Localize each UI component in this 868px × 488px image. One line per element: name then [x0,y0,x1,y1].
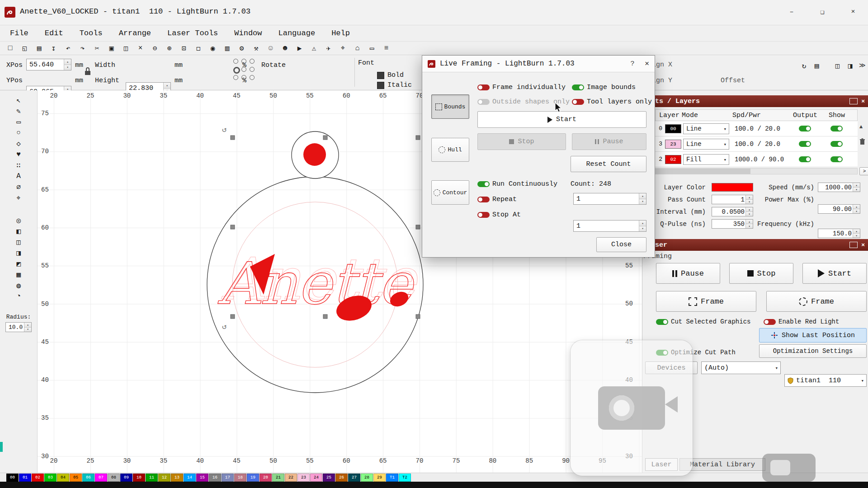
enable-red-toggle[interactable] [764,319,776,325]
reset-count-button[interactable]: Reset Count [571,156,646,172]
layer-color-chip[interactable]: 02 [665,155,681,164]
palette-chip[interactable]: 23 [297,474,310,482]
dialog-pause-button[interactable]: Pause [572,133,646,150]
speed-input[interactable]: 1000.00▴▾ [818,183,860,192]
contour-button[interactable]: Contour [431,180,469,205]
palette-chip[interactable]: 28 [361,474,373,482]
palette-chip[interactable]: 27 [348,474,360,482]
polygon-tool-icon[interactable]: ◇ [12,139,25,148]
float-panel-icon[interactable] [849,98,858,104]
layer-output-toggle[interactable] [799,126,811,131]
monitor-icon[interactable]: ▥ [222,43,233,54]
cuts-layers-header[interactable]: Cuts / Layers × [642,95,868,107]
layer-scrollbar-thumb[interactable] [656,169,750,174]
grid-array-tool-icon[interactable]: ▦ [12,270,25,279]
frequency-input[interactable]: 150.0▴▾ [818,229,860,238]
machine-settings-icon[interactable]: ⚒ [250,43,262,54]
palette-chip[interactable]: 03 [44,474,57,482]
stop-at-row[interactable]: Stop At [477,210,521,219]
move-layer-up-icon[interactable]: ▲ [859,124,863,130]
stop-at-toggle[interactable] [477,212,490,218]
cut-selected-toggle[interactable] [656,319,668,325]
trace-image-tool-icon[interactable]: ◔ [12,292,25,301]
camera-icon[interactable]: ◉ [207,43,218,54]
edit-nodes-tool-icon[interactable]: ∷ [12,161,25,170]
menu-window[interactable]: Window [234,29,262,38]
palette-chip[interactable]: 20 [259,474,272,482]
delete-layer-icon[interactable] [859,138,865,145]
dialog-close-button[interactable]: Close [596,237,646,252]
open-file-icon[interactable]: ◱ [19,43,30,54]
bounds-button[interactable]: Bounds [431,94,469,119]
image-bounds-row[interactable]: Image bounds [572,83,636,92]
palette-chip[interactable]: 08 [108,474,120,482]
frame-individually-toggle[interactable] [477,84,490,90]
palette-chip[interactable]: 19 [247,474,259,482]
xpos-input[interactable]: 55.640▴▾ [26,59,71,70]
palette-chip[interactable]: 13 [171,474,183,482]
palette-chip[interactable]: 06 [82,474,94,482]
frame-rubber-band-button[interactable]: Frame [766,291,867,312]
anchor-selector[interactable] [233,59,255,80]
dialog-close-icon[interactable]: × [639,60,655,68]
palette-chip[interactable]: 05 [70,474,82,482]
palette-chip[interactable]: 26 [335,474,348,482]
settings-icon[interactable]: ⚙ [236,43,247,54]
minimize-button[interactable]: – [781,5,802,19]
palette-chip[interactable]: 25 [323,474,335,482]
menu-edit[interactable]: Edit [45,29,63,38]
dialog-stop-button[interactable]: Stop [477,133,566,150]
weld-shapes-tool-icon[interactable]: ◧ [12,227,25,236]
preview-icon[interactable]: ▶ [294,43,305,54]
maximize-button[interactable]: ❏ [812,5,833,19]
add-user-icon[interactable]: ☻ [279,43,291,54]
bold-checkbox-row[interactable]: Bold [377,71,404,79]
pages-icon[interactable]: ▤ [811,61,822,71]
palette-chip[interactable]: 01 [19,474,31,482]
layer-show-toggle[interactable] [830,156,843,162]
layer-scrollbar[interactable] [655,168,858,174]
boolean-subtract-tool-icon[interactable]: ◨ [12,249,25,258]
bold-checkbox[interactable] [377,72,384,79]
measure-tool-icon[interactable]: ⌀ [12,183,25,192]
layer-show-toggle[interactable] [830,126,843,131]
laser-stop-button[interactable]: Stop [729,263,793,284]
italic-checkbox[interactable] [377,82,384,89]
tool-layers-row[interactable]: Tool layers only [572,97,652,106]
layer-row[interactable]: 2 02 Fill 1000.0 / 90.0 [655,152,858,167]
warning-icon[interactable]: ⚠ [308,43,320,54]
refresh-icon[interactable]: ↻ [798,61,810,71]
dialog-title-bar[interactable]: Live Framing - LightBurn 1.7.03 ? × [422,56,655,72]
scroll-right-button[interactable]: > [859,167,868,175]
cut-icon[interactable]: ✂ [91,43,103,54]
paste-icon[interactable]: ◫ [120,43,132,54]
position-laser-tool-icon[interactable]: ⌖ [12,193,25,202]
zoom-out-icon[interactable]: ⊖ [149,43,160,54]
distribute-v-icon[interactable]: ◨ [844,61,856,71]
layer-mode-select[interactable]: Line [683,139,729,150]
close-panel-icon[interactable]: × [861,242,865,249]
run-continuously-row[interactable]: Run Continuously [477,179,557,188]
dock-icon[interactable]: ≡ [381,43,392,54]
text-tool-icon[interactable]: A [12,172,25,181]
copy-icon[interactable]: ▣ [106,43,117,54]
rectangle-tool-icon[interactable]: ▭ [12,117,25,127]
aspect-lock-icon[interactable] [84,67,91,76]
run-continuously-toggle[interactable] [477,181,490,187]
palette-chip[interactable]: 18 [234,474,246,482]
palette-chip[interactable]: 14 [184,474,196,482]
layer-color-swatch[interactable] [712,183,753,192]
distribute-h-icon[interactable]: ◫ [832,61,843,71]
stop-at-input[interactable]: 1▴▾ [573,220,646,232]
palette-chip[interactable]: 15 [196,474,208,482]
ellipse-tool-icon[interactable]: ○ [12,128,25,137]
menu-help[interactable]: Help [331,29,350,38]
layer-mode-select[interactable]: Fill [683,154,729,165]
cut-selected-row[interactable]: Cut Selected Graphics [656,317,750,326]
show-last-position-button[interactable]: Show Last Position [759,328,867,343]
draw-lines-tool-icon[interactable]: ✎ [12,107,25,116]
menu-file[interactable]: File [10,29,28,38]
hull-button[interactable]: Hull [431,138,469,162]
undo-icon[interactable]: ↶ [62,43,74,54]
palette-chip[interactable]: 09 [120,474,132,482]
